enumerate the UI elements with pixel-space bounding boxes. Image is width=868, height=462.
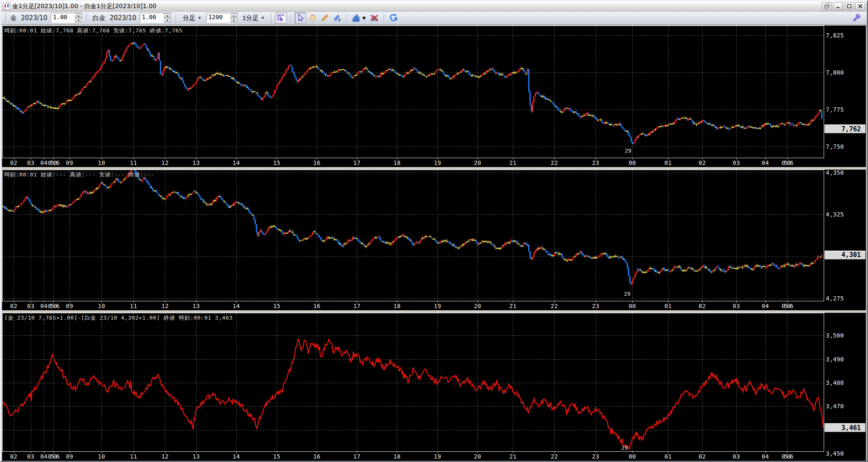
pencil-icon (321, 14, 329, 22)
x-axis-hour-label: 13 (193, 303, 200, 309)
x-axis-hour-label: 12 (162, 453, 169, 460)
pan-tool-button[interactable] (307, 12, 318, 23)
x-axis-hour-label: 09 (66, 453, 73, 460)
gold-multiplier-spin-down-button[interactable]: ▼ (75, 18, 82, 23)
cascade-windows-icon (825, 4, 830, 9)
chart-pointer-settings-button[interactable] (275, 12, 287, 23)
gold-contract-month-label: 2023/10 (21, 14, 47, 22)
bar-count-spin-down-button[interactable]: ▼ (231, 18, 237, 23)
y-axis: 3,5003,4903,4803,4703,450 (826, 332, 844, 457)
plot-border (3, 313, 824, 452)
chevron-down-icon: ▼ (261, 16, 265, 20)
interval-dropdown[interactable]: 1分足 ▼ (240, 13, 267, 23)
chart-area: 0203040506091011121314151617181920212223… (1, 25, 867, 461)
x-axis-hour-label: 18 (393, 303, 401, 309)
bar-chart-icon (352, 14, 360, 22)
toolbar-separator (87, 13, 87, 23)
gold-multiplier-value[interactable]: 1.00 (51, 13, 75, 23)
x-axis-hour-label: 04 (762, 303, 769, 309)
marker-tool-button[interactable] (332, 12, 343, 23)
y-axis-price-label: 7,825 (826, 32, 844, 39)
platinum-multiplier-input[interactable]: 1.00 ▲ ▼ (140, 13, 171, 23)
spread-line-series (2, 339, 823, 449)
refresh-icon: R (389, 14, 398, 22)
x-axis-hour-label: 14 (233, 303, 240, 309)
gold-ohlc-readout: 時刻:00:01 始値:7,768 高値:7,768 安値:7,765 終値:7… (4, 27, 182, 35)
minimize-button[interactable] (833, 2, 843, 10)
x-axis-hour-label: 16 (313, 159, 321, 166)
maximize-button[interactable] (844, 2, 854, 10)
toolbar-grip[interactable] (4, 13, 6, 23)
close-button[interactable] (855, 2, 865, 10)
y-axis-price-label: 3,480 (826, 379, 844, 386)
x-axis-hour-label: 21 (509, 453, 517, 460)
date-change-marker: 29 (625, 147, 631, 154)
x-axis-hour-label: 20 (474, 303, 481, 309)
gold-multiplier-input[interactable]: 1.00 ▲ ▼ (51, 13, 82, 23)
spread-formula-readout: [金 23/10 7,765×1.00]-[白金 23/10 4,302×1.0… (4, 314, 233, 322)
delete-indicators-button[interactable] (369, 12, 380, 23)
platinum-multiplier-value[interactable]: 1.00 (140, 13, 164, 23)
x-axis-hour-label: 16 (313, 453, 321, 460)
current-price-label: 3,461 (825, 423, 865, 432)
y-axis-price-label: 3,450 (826, 450, 844, 457)
x-axis-hour-label: 04 (41, 453, 48, 460)
x-axis-hour-label: 0506 (48, 453, 59, 460)
x-axis-hour-label: 11 (130, 453, 137, 460)
bar-count-input[interactable]: 1200 ▲ ▼ (206, 13, 238, 23)
spread-chart-svg[interactable]: 0203040506091011121314151617181920212223… (2, 313, 866, 461)
x-axis-hour-label: 03 (27, 453, 35, 460)
toolbar-separator (290, 13, 291, 23)
select-tool-button[interactable] (295, 12, 306, 23)
x-axis-hour-label: 16 (313, 303, 321, 309)
settings-wrench-button[interactable] (851, 12, 862, 23)
x-axis-hour-label: 09 (66, 159, 73, 166)
x-axis-hour-label: 09 (66, 303, 73, 309)
svg-text:R: R (394, 16, 398, 21)
x-axis-hour-label: 00 (629, 159, 636, 166)
x-axis-hour-label: 0506 (48, 303, 59, 309)
x-axis-hour-label: 00 (629, 303, 636, 309)
y-axis-price-label: 4,350 (826, 170, 844, 176)
platinum-chart-panel[interactable]: 0203040506091011121314151617181920212223… (2, 170, 866, 310)
y-axis-price-label: 7,750 (826, 143, 844, 150)
x-axis-hour-label: 02 (10, 453, 17, 460)
gold-multiplier-spin-up-button[interactable]: ▲ (75, 13, 82, 18)
x-axis-hour-label: 04 (41, 303, 48, 309)
title-bar[interactable]: 金1分足[2023/10]1.00 - 白金1分足[2023/10]1.00 (1, 1, 867, 12)
toolbar-separator (347, 13, 347, 23)
y-axis: 4,3504,3254,275 (826, 170, 844, 302)
gold-chart-svg[interactable]: 0203040506091011121314151617181920212223… (2, 26, 866, 167)
cascade-windows-button[interactable] (822, 2, 832, 10)
grid-lines (3, 313, 824, 451)
chart-type-button[interactable]: ▼ (351, 12, 368, 23)
platinum-multiplier-spin-down-button[interactable]: ▼ (164, 18, 171, 23)
platinum-multiplier-spin-up-button[interactable]: ▲ (164, 13, 171, 18)
hand-icon (308, 14, 317, 22)
gold-chart-panel[interactable]: 0203040506091011121314151617181920212223… (2, 26, 866, 167)
x-axis-hour-label: 03 (733, 303, 740, 309)
bar-count-spin-up-button[interactable]: ▲ (231, 13, 237, 18)
bar-count-value[interactable]: 1200 (207, 13, 231, 23)
x-axis-hour-label: 03 (27, 303, 35, 309)
y-axis-price-label: 7,775 (826, 106, 844, 113)
platinum-chart-svg[interactable]: 0203040506091011121314151617181920212223… (2, 170, 866, 310)
bar-chart-delete-icon (370, 14, 379, 22)
plot-border (3, 26, 824, 158)
x-axis-hour-label: 01 (665, 303, 672, 309)
close-icon (858, 4, 863, 9)
reload-button[interactable]: R (388, 12, 399, 23)
spread-chart-panel[interactable]: 0203040506091011121314151617181920212223… (2, 313, 866, 461)
x-axis-hour-label: 00 (629, 453, 636, 460)
x-axis-hour-label: 19 (434, 159, 441, 166)
x-axis-hour-label: 10 (98, 303, 105, 309)
x-axis-hour-label: 01 (665, 453, 672, 460)
x-axis-hour-label: 23 (592, 303, 599, 309)
bar-type-dropdown[interactable]: 分足 ▼ (180, 13, 204, 23)
grid-lines (3, 26, 824, 157)
x-axis-hour-label: 02 (10, 159, 17, 166)
x-axis-hour-label: 12 (162, 159, 169, 166)
app-window: 金1分足[2023/10]1.00 - 白金1分足[2023/10]1.00 (0, 0, 868, 462)
draw-line-tool-button[interactable] (319, 12, 331, 23)
x-axis-hour-label: 02 (699, 453, 706, 460)
